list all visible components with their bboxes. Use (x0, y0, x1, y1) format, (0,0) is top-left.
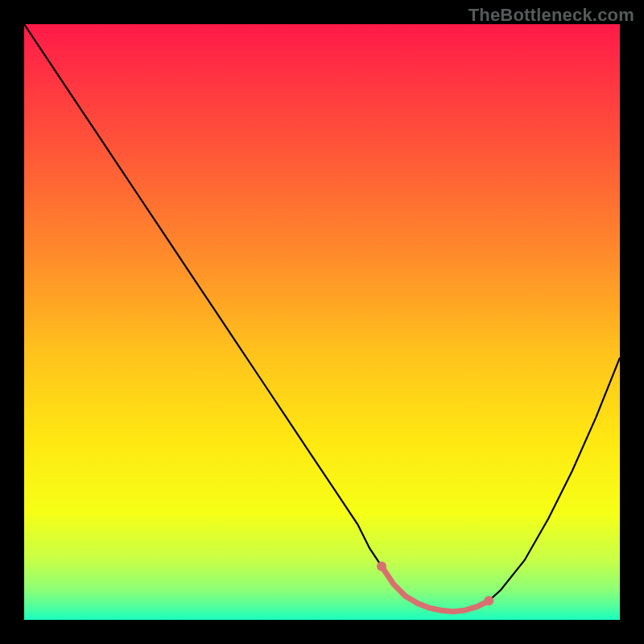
watermark-text: TheBottleneck.com (469, 5, 634, 26)
highlight-end-dot (484, 596, 493, 605)
chart-background-gradient (24, 24, 620, 620)
highlight-start-dot (377, 561, 386, 571)
bottleneck-chart (24, 24, 620, 620)
chart-container (24, 24, 620, 620)
